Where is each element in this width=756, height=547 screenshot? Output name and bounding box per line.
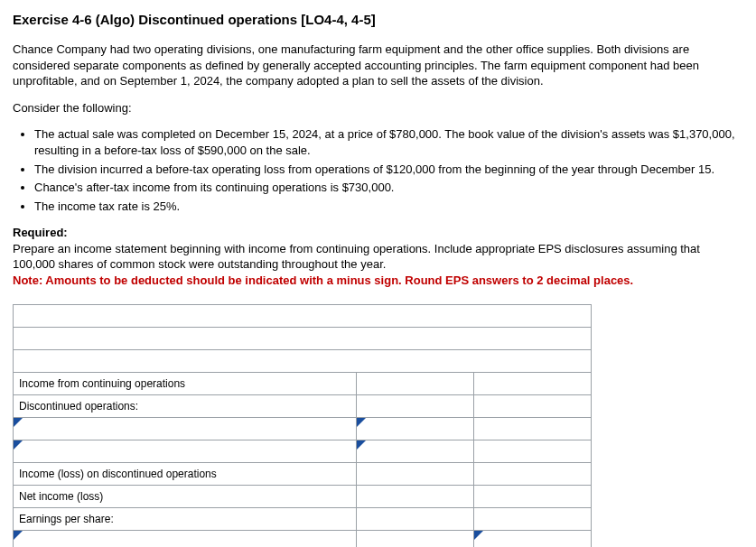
list-item: The income tax rate is 25%. (34, 199, 743, 215)
table-row: Partial Income Statement (14, 328, 592, 350)
row-label: Net income (loss) (14, 486, 357, 508)
amount-cell[interactable] (474, 463, 592, 486)
list-item: Chance's after-tax income from its conti… (34, 180, 743, 196)
amount-cell (474, 440, 592, 463)
list-item: The actual sale was completed on Decembe… (34, 126, 743, 158)
required-label: Required: (13, 226, 68, 239)
row-label: Income (loss) on discontinued operations (14, 463, 357, 486)
required-block: Required: Prepare an income statement be… (13, 225, 743, 288)
amount-cell[interactable] (474, 373, 592, 395)
amount-cell[interactable] (474, 486, 592, 508)
table-row: Income from continuing operations (14, 373, 592, 395)
amount-cell[interactable] (357, 418, 474, 440)
amount-cell (474, 418, 592, 440)
amount-cell[interactable] (357, 440, 474, 463)
list-item: The division incurred a before-tax opera… (34, 162, 743, 178)
table-row (14, 418, 592, 440)
amount-cell (357, 486, 474, 508)
amount-cell (474, 508, 592, 531)
row-label-input[interactable] (14, 418, 357, 440)
table-row: Net income (loss) (14, 486, 592, 508)
row-label-input[interactable] (14, 531, 357, 547)
statement-subtitle: Partial Income Statement (14, 328, 592, 350)
amount-cell (357, 508, 474, 531)
table-row: Discontinued operations: (14, 395, 592, 418)
income-statement-table: CHANCE COMPANY Partial Income Statement … (13, 304, 743, 547)
table-row: Earnings per share: (14, 508, 592, 531)
table-row (14, 440, 592, 463)
table-row: Income (loss) on discontinued operations (14, 463, 592, 486)
table-row: For the Year Ended December 31, 2024 (14, 350, 592, 373)
bullet-list: The actual sale was completed on Decembe… (34, 126, 743, 214)
amount-cell[interactable] (474, 531, 592, 547)
statement-period: For the Year Ended December 31, 2024 (14, 350, 592, 373)
consider-label: Consider the following: (13, 100, 743, 116)
row-label: Discontinued operations: (14, 395, 357, 418)
exercise-title: Exercise 4-6 (Algo) Discontinued operati… (13, 11, 743, 29)
table-row (14, 531, 592, 547)
row-label: Income from continuing operations (14, 373, 357, 395)
amount-cell (357, 463, 474, 486)
company-name: CHANCE COMPANY (14, 305, 592, 328)
required-text: Prepare an income statement beginning wi… (13, 242, 700, 272)
table-row: CHANCE COMPANY (14, 305, 592, 328)
row-label: Earnings per share: (14, 508, 357, 531)
row-label-input[interactable] (14, 440, 357, 463)
amount-cell (474, 395, 592, 418)
amount-cell (357, 531, 474, 547)
intro-paragraph: Chance Company had two operating divisio… (13, 42, 743, 89)
amount-cell (357, 395, 474, 418)
amount-cell (357, 373, 474, 395)
note-text: Note: Amounts to be deducted should be i… (13, 274, 633, 287)
